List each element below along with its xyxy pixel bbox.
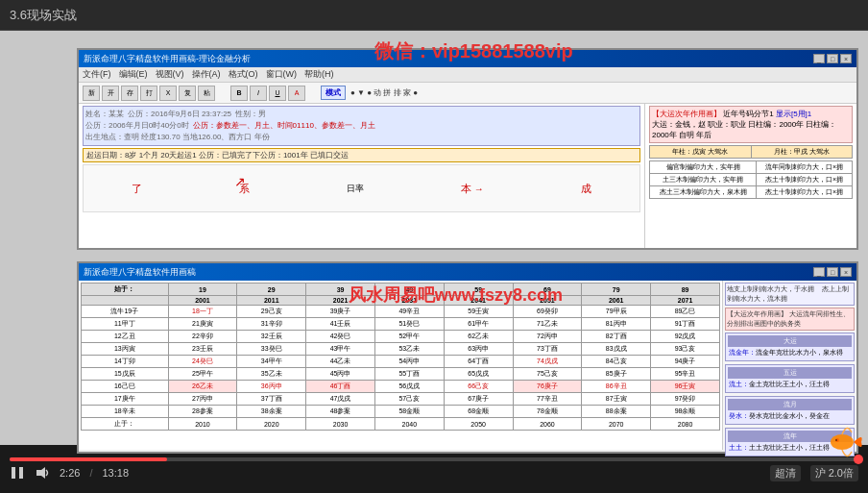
right-person: 大运：金钱，赵 职业：职业 日柱编：2000年 日柱编：2000年 自明 年后: [652, 120, 836, 139]
row-label-9: 18辛未: [82, 406, 169, 418]
row-label-6: 15戊辰: [82, 368, 169, 381]
menu-edit[interactable]: 编辑(E): [119, 68, 148, 81]
close-button[interactable]: ×: [840, 54, 852, 63]
progress-bar[interactable]: [10, 457, 858, 461]
menu-format[interactable]: 格式(O): [229, 68, 258, 81]
minimize-btn-bottom[interactable]: _: [813, 267, 825, 277]
goldfish-decoration: [818, 413, 866, 471]
row-foot-5: 2050: [444, 418, 513, 431]
cell-6-5: 65戊戌: [444, 368, 513, 381]
toolbar-underline[interactable]: U: [269, 86, 286, 101]
cell-8-1: 27丙申: [168, 393, 237, 406]
info-row-birth: 公历：2006年月日0时40分0时 公历：参数差一、月土、时间01110、参数差…: [85, 120, 638, 131]
window-title-top: 新派命理八字精盘软件用画稿-理论金融分析: [84, 53, 251, 65]
cell-8-6: 77辛丑: [513, 393, 582, 406]
maximize-btn-bottom[interactable]: □: [827, 267, 838, 277]
row-foot-2: 2020: [237, 418, 306, 431]
cell-6-7: 85庚子: [582, 368, 651, 381]
cell-4-2: 33癸巳: [237, 343, 306, 356]
menu-help[interactable]: 帮助(H): [304, 68, 334, 81]
right-show: 显示[5用]1: [776, 110, 811, 118]
quality-display[interactable]: 超清: [770, 465, 801, 481]
cell-3-1: 22辛卯: [168, 331, 237, 343]
current-time: 2:26: [60, 467, 80, 479]
toolbar-new[interactable]: 新: [83, 86, 100, 101]
cell-5-5: 64丁酉: [444, 356, 513, 368]
diagram-item3: 日率: [347, 183, 364, 195]
col-header-1: 19: [168, 283, 237, 296]
toolbar-open[interactable]: 开: [102, 86, 119, 101]
cell-5-6: 74戊戌: [513, 356, 582, 368]
play-pause-button[interactable]: [10, 465, 25, 481]
menu-file[interactable]: 文件(F): [83, 68, 111, 81]
volume-button[interactable]: [35, 465, 50, 481]
right-info-row1: 【大运次年作用画】 近年号码分节1 显示[5用]1: [652, 109, 850, 119]
liuyue-label: 癸水：: [729, 412, 749, 419]
cell-2-3: 41壬辰: [306, 318, 375, 331]
row-foot-4: 2040: [374, 418, 444, 431]
cell-6-2: 35乙未: [237, 368, 306, 381]
toolbar-italic[interactable]: I: [250, 86, 267, 101]
liunian-label: 土土：: [729, 444, 749, 451]
side-wuyun-text: 流土：金土克壮比王土小，汪土得: [728, 379, 852, 390]
cell-4-1: 23壬辰: [168, 343, 237, 356]
cell-8-5: 67庚子: [444, 393, 513, 406]
diagram-area: 了 系 ↗ 日率 本 → 成: [83, 164, 640, 212]
toolbar-print[interactable]: 打: [140, 86, 157, 101]
dayun-label: 流金年：: [729, 349, 756, 356]
cell-1-1: 18一丁: [168, 306, 237, 318]
menu-window[interactable]: 窗口(W): [266, 68, 298, 81]
cell-8-7: 87壬寅: [582, 393, 651, 406]
arrow-up: ↗: [234, 174, 246, 189]
col-header-2: 29: [237, 283, 306, 296]
close-btn-bottom[interactable]: ×: [840, 267, 852, 277]
toolbar-cut[interactable]: X: [159, 86, 177, 101]
cell-2-5: 61甲午: [444, 318, 513, 331]
cell-3-5: 62乙未: [444, 331, 513, 343]
table-row: 16己巳 26乙未 36丙申 46丁酉 56戊戌 66己亥 76庚子 86辛丑 …: [82, 381, 720, 393]
right-info-box: 【大运次年作用画】 近年号码分节1 显示[5用]1 大运：金钱，赵 职业：职业 …: [649, 106, 853, 143]
controls-row: 2:26 / 13:18 超清 沪 2.0倍: [10, 465, 858, 481]
toolbar-copy[interactable]: 复: [179, 86, 196, 101]
diagram-item4: 本 →: [461, 182, 484, 196]
window-menu: 文件(F) 编辑(E) 视图(V) 操作(A) 格式(O) 窗口(W) 帮助(H…: [79, 67, 856, 83]
menu-ops[interactable]: 操作(A): [192, 68, 221, 81]
arrow-right: →: [474, 184, 484, 194]
wuyun-label: 流土：: [729, 381, 749, 387]
cell-7-1: 26乙未: [168, 381, 237, 393]
maximize-button[interactable]: □: [827, 54, 838, 63]
gender-label: 性别：男: [235, 109, 266, 119]
row-label-1: 流牛19子: [82, 306, 169, 318]
cell-3-3: 42癸巳: [306, 331, 375, 343]
row-label-8: 17庚午: [82, 393, 169, 406]
cell-7-5: 66己亥: [444, 381, 513, 393]
cell-7-6: 76庚子: [513, 381, 582, 393]
cell-2-1: 21庚寅: [168, 318, 237, 331]
shensha-row1-right: 流年同制刺印力大，口×拥: [757, 161, 853, 174]
cell-2-4: 51癸巳: [374, 318, 444, 331]
cell-4-3: 43甲午: [306, 343, 375, 356]
side-wuyun: 五运 流土：金土克壮比王土小，汪土得: [725, 364, 855, 393]
cell-7-3: 46丁酉: [306, 381, 375, 393]
mode-button[interactable]: 模式: [321, 86, 346, 100]
cell-7-4: 56戊戌: [374, 381, 444, 393]
toolbar-color[interactable]: A: [288, 86, 305, 101]
inner-window-top: 新派命理八字精盘软件用画稿-理论金融分析 _ □ × 文件(F) 编辑(E) 视…: [77, 48, 858, 250]
cell-3-2: 32壬辰: [237, 331, 306, 343]
cell-1-3: 39庚子: [306, 306, 375, 318]
col-header-8: 89: [651, 283, 720, 296]
table-row: 13丙寅 23壬辰 33癸巳 43甲午 53乙未 63丙申 73丁酉 83戊戌 …: [82, 343, 720, 356]
toolbar-paste[interactable]: 粘: [198, 86, 215, 101]
cell-9-2: 38余案: [237, 406, 306, 418]
minimize-button[interactable]: _: [813, 54, 825, 63]
toolbar-bold[interactable]: B: [230, 86, 248, 101]
person-info-box: 姓名：某某 公历：2016年9月6日 23:37:25 性别：男 公历：2006…: [83, 106, 640, 146]
row-foot-3: 2030: [306, 418, 375, 431]
cell-5-4: 54丙申: [374, 356, 444, 368]
row-label-2: 11甲丁: [82, 318, 169, 331]
right-panel: 【大运次年作用画】 近年号码分节1 显示[5用]1 大运：金钱，赵 职业：职业 …: [645, 104, 856, 248]
toolbar-save[interactable]: 存: [121, 86, 138, 101]
cell-5-1: 24癸巳: [168, 356, 237, 368]
menu-view[interactable]: 视图(V): [156, 68, 184, 81]
svg-point-2: [835, 439, 837, 441]
